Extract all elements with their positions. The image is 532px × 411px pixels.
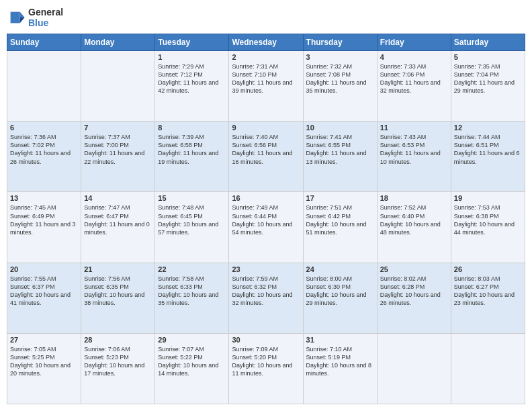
- day-info: Sunrise: 7:59 AM: [232, 275, 300, 283]
- day-cell: 25Sunrise: 8:02 AMSunset: 6:28 PMDayligh…: [377, 263, 451, 333]
- day-info: Daylight: 11 hours and 39 minutes.: [232, 79, 300, 95]
- day-info: Daylight: 10 hours and 26 minutes.: [380, 291, 448, 307]
- day-info: Daylight: 11 hours and 13 minutes.: [306, 149, 374, 165]
- day-info: Daylight: 11 hours and 16 minutes.: [232, 149, 300, 165]
- calendar-header: SundayMondayTuesdayWednesdayThursdayFrid…: [7, 34, 525, 51]
- day-info: Daylight: 11 hours and 22 minutes.: [84, 149, 152, 165]
- day-info: Daylight: 10 hours and 14 minutes.: [158, 361, 226, 377]
- day-cell: 23Sunrise: 7:59 AMSunset: 6:32 PMDayligh…: [229, 263, 303, 333]
- day-info: Daylight: 10 hours and 57 minutes.: [158, 220, 226, 236]
- day-info: Sunrise: 7:33 AM: [380, 62, 448, 71]
- day-cell: 14Sunrise: 7:47 AMSunset: 6:47 PMDayligh…: [81, 192, 155, 263]
- day-number: 2: [232, 53, 300, 61]
- day-info: Sunrise: 7:51 AM: [306, 203, 374, 212]
- day-number: 5: [454, 53, 522, 61]
- day-cell: 26Sunrise: 8:03 AMSunset: 6:27 PMDayligh…: [451, 263, 525, 333]
- day-info: Sunrise: 7:10 AM: [306, 345, 374, 353]
- day-info: Daylight: 11 hours and 3 minutes.: [10, 220, 78, 236]
- day-cell: 28Sunrise: 7:06 AMSunset: 5:23 PMDayligh…: [81, 333, 155, 404]
- day-info: Sunrise: 7:09 AM: [232, 345, 300, 353]
- day-number: 14: [84, 194, 152, 202]
- day-info: Daylight: 11 hours and 19 minutes.: [158, 149, 226, 165]
- day-cell: 21Sunrise: 7:56 AMSunset: 6:35 PMDayligh…: [81, 263, 155, 333]
- day-cell: 20Sunrise: 7:55 AMSunset: 6:37 PMDayligh…: [7, 263, 81, 333]
- day-info: Sunrise: 8:03 AM: [454, 275, 522, 283]
- day-info: Sunrise: 7:52 AM: [380, 203, 448, 212]
- day-number: 1: [158, 53, 226, 61]
- day-cell: 10Sunrise: 7:41 AMSunset: 6:55 PMDayligh…: [303, 122, 377, 192]
- day-cell: 19Sunrise: 7:53 AMSunset: 6:38 PMDayligh…: [451, 192, 525, 263]
- header-cell-wednesday: Wednesday: [229, 34, 303, 51]
- day-number: 22: [158, 265, 226, 273]
- day-number: 21: [84, 265, 152, 273]
- day-info: Sunset: 5:19 PM: [306, 353, 374, 361]
- day-info: Daylight: 10 hours and 48 minutes.: [380, 220, 448, 236]
- day-info: Sunrise: 8:00 AM: [306, 275, 374, 283]
- svg-rect-2: [11, 12, 20, 24]
- day-info: Daylight: 10 hours and 11 minutes.: [232, 361, 300, 377]
- day-cell: 9Sunrise: 7:40 AMSunset: 6:56 PMDaylight…: [229, 122, 303, 192]
- header: General Blue: [7, 7, 525, 28]
- day-number: 4: [380, 53, 448, 61]
- day-number: 25: [380, 265, 448, 273]
- day-info: Daylight: 11 hours and 32 minutes.: [380, 79, 448, 95]
- day-info: Sunset: 6:38 PM: [454, 212, 522, 220]
- day-info: Daylight: 10 hours and 38 minutes.: [84, 291, 152, 307]
- day-info: Daylight: 10 hours and 20 minutes.: [10, 361, 78, 377]
- day-info: Sunset: 6:56 PM: [232, 141, 300, 149]
- day-number: 6: [10, 124, 78, 132]
- day-info: Sunrise: 7:37 AM: [84, 133, 152, 141]
- day-cell: 11Sunrise: 7:43 AMSunset: 6:53 PMDayligh…: [377, 122, 451, 192]
- day-number: 18: [380, 194, 448, 202]
- logo: General Blue: [7, 7, 63, 28]
- day-info: Sunset: 6:55 PM: [306, 141, 374, 149]
- day-number: 16: [232, 194, 300, 202]
- day-cell: 13Sunrise: 7:45 AMSunset: 6:49 PMDayligh…: [7, 192, 81, 263]
- day-info: Daylight: 10 hours and 51 minutes.: [306, 220, 374, 236]
- day-info: Sunset: 6:45 PM: [158, 212, 226, 220]
- day-number: 26: [454, 265, 522, 273]
- day-number: 31: [306, 336, 374, 344]
- day-number: 12: [454, 124, 522, 132]
- day-info: Sunset: 7:08 PM: [306, 71, 374, 79]
- day-info: Sunset: 6:28 PM: [380, 283, 448, 291]
- day-info: Sunset: 6:44 PM: [232, 212, 300, 220]
- day-info: Sunrise: 7:45 AM: [10, 203, 78, 212]
- week-row-4: 20Sunrise: 7:55 AMSunset: 6:37 PMDayligh…: [7, 263, 525, 333]
- day-info: Sunrise: 7:39 AM: [158, 133, 226, 141]
- day-info: Sunrise: 7:35 AM: [454, 62, 522, 71]
- day-number: 7: [84, 124, 152, 132]
- day-info: Sunrise: 7:53 AM: [454, 203, 522, 212]
- day-info: Sunset: 6:51 PM: [454, 141, 522, 149]
- day-number: 8: [158, 124, 226, 132]
- calendar-table: SundayMondayTuesdayWednesdayThursdayFrid…: [7, 34, 525, 404]
- page: General Blue SundayMondayTuesdayWednesda…: [0, 0, 532, 411]
- day-info: Daylight: 10 hours and 32 minutes.: [232, 291, 300, 307]
- day-info: Sunset: 6:40 PM: [380, 212, 448, 220]
- day-info: Sunset: 7:10 PM: [232, 71, 300, 79]
- day-number: 20: [10, 265, 78, 273]
- header-cell-tuesday: Tuesday: [155, 34, 229, 51]
- day-info: Daylight: 11 hours and 6 minutes.: [454, 149, 522, 165]
- day-info: Sunrise: 7:44 AM: [454, 133, 522, 141]
- logo-icon: [7, 8, 26, 27]
- day-info: Sunset: 6:35 PM: [84, 283, 152, 291]
- logo-text: General Blue: [28, 7, 63, 28]
- day-cell: 30Sunrise: 7:09 AMSunset: 5:20 PMDayligh…: [229, 333, 303, 404]
- day-info: Daylight: 11 hours and 42 minutes.: [158, 79, 226, 95]
- day-number: 9: [232, 124, 300, 132]
- day-cell: 18Sunrise: 7:52 AMSunset: 6:40 PMDayligh…: [377, 192, 451, 263]
- day-cell: 7Sunrise: 7:37 AMSunset: 7:00 PMDaylight…: [81, 122, 155, 192]
- day-info: Sunset: 6:53 PM: [380, 141, 448, 149]
- svg-marker-1: [20, 17, 25, 23]
- week-row-2: 6Sunrise: 7:36 AMSunset: 7:02 PMDaylight…: [7, 122, 525, 192]
- day-info: Sunrise: 7:06 AM: [84, 345, 152, 353]
- day-cell: 24Sunrise: 8:00 AMSunset: 6:30 PMDayligh…: [303, 263, 377, 333]
- day-info: Daylight: 10 hours and 41 minutes.: [10, 291, 78, 307]
- day-number: 19: [454, 194, 522, 202]
- day-info: Daylight: 10 hours and 8 minutes.: [306, 361, 374, 377]
- day-cell: 6Sunrise: 7:36 AMSunset: 7:02 PMDaylight…: [7, 122, 81, 192]
- day-info: Sunset: 7:02 PM: [10, 141, 78, 149]
- day-number: 28: [84, 336, 152, 344]
- day-info: Daylight: 10 hours and 17 minutes.: [84, 361, 152, 377]
